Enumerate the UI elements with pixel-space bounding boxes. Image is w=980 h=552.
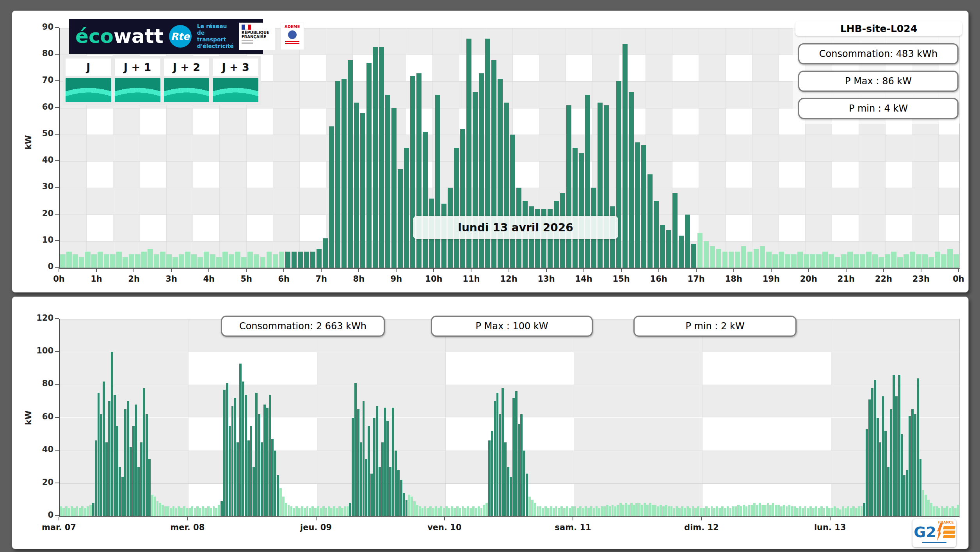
bar xyxy=(379,47,384,268)
bar xyxy=(925,495,927,516)
bar xyxy=(89,505,92,516)
bar xyxy=(320,508,322,516)
bar xyxy=(191,506,194,516)
bar xyxy=(668,506,670,516)
forecast-tile-j[interactable]: J xyxy=(66,59,111,102)
bar xyxy=(317,249,322,268)
y-tick-mark xyxy=(55,107,59,108)
grid-hline xyxy=(60,215,959,215)
bar xyxy=(234,398,236,516)
bar xyxy=(496,393,499,516)
bar xyxy=(673,508,676,516)
bar xyxy=(809,506,812,516)
bar xyxy=(703,508,705,516)
y-tick-mark xyxy=(55,54,59,55)
bar xyxy=(311,506,314,516)
bar xyxy=(253,467,255,516)
bar xyxy=(185,252,190,268)
bar xyxy=(274,451,276,516)
bar xyxy=(170,508,172,516)
bar xyxy=(748,505,751,516)
x-tick-label: 14h xyxy=(575,274,592,284)
bar xyxy=(623,44,628,268)
bar xyxy=(242,382,244,516)
weekly-pmin-value: P min : 2 kW xyxy=(685,321,744,332)
bar xyxy=(499,414,502,516)
x-tick-label: mer. 08 xyxy=(170,523,205,532)
bar xyxy=(560,506,563,516)
bar xyxy=(887,467,889,516)
bg-cell xyxy=(646,55,672,81)
bar xyxy=(672,193,678,268)
x-tick-mark xyxy=(171,268,172,272)
grid-hline xyxy=(60,135,959,135)
bar xyxy=(267,252,272,268)
bar xyxy=(587,508,590,516)
bar xyxy=(427,508,429,516)
x-tick-mark xyxy=(733,268,734,272)
bg-cell xyxy=(113,161,139,188)
x-tick-label: 5h xyxy=(240,274,252,284)
forecast-tile-j1[interactable]: J + 1 xyxy=(115,59,160,102)
bar xyxy=(231,406,234,516)
bar xyxy=(273,254,278,268)
forecast-tiles: J J + 1 J + 2 J + 3 xyxy=(63,56,261,105)
bar xyxy=(114,395,116,516)
bar xyxy=(341,79,347,268)
bar xyxy=(694,508,697,516)
bar xyxy=(429,506,432,516)
bg-cell xyxy=(859,215,885,241)
x-tick-label: 13h xyxy=(537,274,555,284)
bar xyxy=(577,508,579,516)
bar xyxy=(704,241,709,268)
bar xyxy=(389,467,391,516)
bg-cell xyxy=(592,55,619,81)
bar xyxy=(917,378,919,517)
bg-cell xyxy=(912,161,938,188)
bar xyxy=(691,244,696,268)
y-tick-label: 60 xyxy=(23,412,53,421)
weekly-consumption-value: Consommation: 2 663 kWh xyxy=(239,321,366,332)
x-tick-mark xyxy=(830,517,831,520)
y-tick-label: 90 xyxy=(23,22,53,32)
bar xyxy=(700,508,702,516)
bar xyxy=(411,497,413,517)
bar xyxy=(167,506,169,516)
daily-consumption-badge: Consommation: 483 kWh xyxy=(798,43,959,64)
bar xyxy=(197,257,203,268)
bar xyxy=(563,508,566,516)
daily-pmin-badge: P min : 4 kW xyxy=(798,98,959,119)
bar xyxy=(630,503,633,516)
bar xyxy=(818,508,820,516)
y-tick-label: 40 xyxy=(23,155,53,165)
x-tick-label: 9h xyxy=(391,274,402,284)
bar xyxy=(719,508,721,516)
y-tick-label: 10 xyxy=(23,235,53,245)
bar xyxy=(550,506,552,516)
bg-cell xyxy=(752,215,779,241)
g2e-tagline-line xyxy=(922,542,946,543)
bar xyxy=(604,105,609,268)
bar xyxy=(502,388,504,516)
grid-hline xyxy=(60,418,959,418)
y-tick-mark xyxy=(55,214,59,215)
forecast-tile-j2[interactable]: J + 2 xyxy=(164,59,210,102)
bar xyxy=(879,257,884,268)
bar xyxy=(641,145,646,268)
y-tick-label: 20 xyxy=(23,209,53,218)
bar xyxy=(711,506,713,516)
forecast-tile-j3[interactable]: J + 3 xyxy=(213,59,258,102)
bar xyxy=(606,505,608,516)
bar xyxy=(528,497,531,517)
bar xyxy=(815,506,817,516)
bar xyxy=(614,506,617,516)
x-tick-mark xyxy=(921,268,921,272)
bar xyxy=(314,508,317,516)
bar xyxy=(772,254,777,268)
bar xyxy=(724,508,726,516)
bar xyxy=(422,508,424,516)
bar xyxy=(338,506,341,516)
g2e-logo-text: G2 xyxy=(914,525,936,540)
bar xyxy=(852,506,855,516)
bar xyxy=(807,508,809,516)
